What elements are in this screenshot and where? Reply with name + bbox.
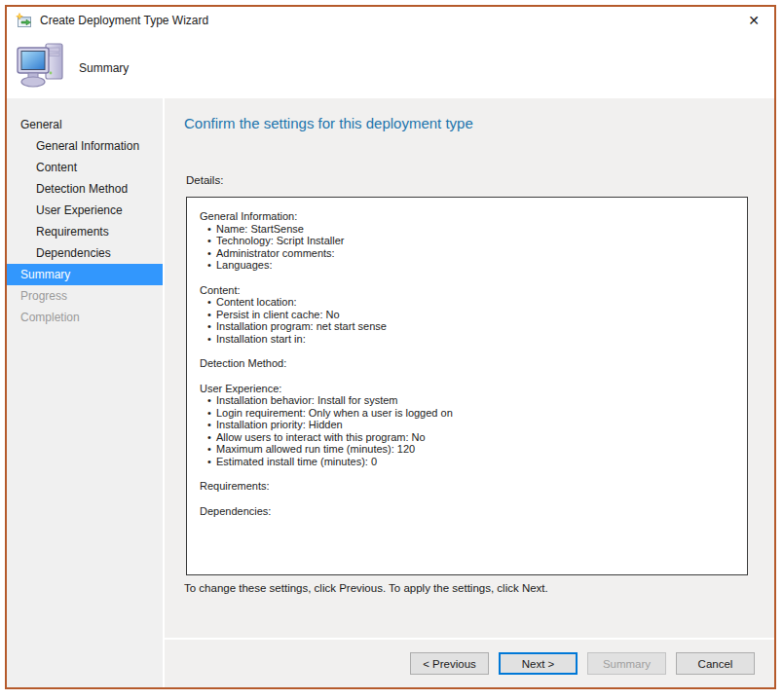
details-item-text: Installation start in:: [216, 333, 306, 345]
details-section: Detection Method:: [200, 357, 737, 370]
sidebar-item-detection-method[interactable]: Detection Method: [7, 178, 163, 200]
details-section: User Experience:•Installation behavior: …: [200, 383, 737, 468]
details-text: General Information:•Name: StartSense•Te…: [187, 198, 747, 517]
cancel-button[interactable]: Cancel: [676, 652, 755, 675]
details-item-text: Installation priority: Hidden: [216, 419, 343, 430]
details-item-text: Installation behavior: Install for syste…: [216, 394, 397, 406]
close-button[interactable]: ✕: [739, 7, 768, 34]
bullet-icon: •: [207, 419, 211, 431]
bullet-icon: •: [207, 443, 211, 456]
summary-content-pane: Confirm the settings for this deployment…: [165, 98, 774, 687]
summary-button: Summary: [587, 652, 666, 675]
sidebar-item-general-information[interactable]: General Information: [7, 135, 163, 157]
sidebar-item-completion: Completion: [7, 307, 163, 328]
bullet-icon: •: [207, 259, 211, 272]
details-section-title: Content:: [200, 284, 737, 297]
details-item: •Installation start in:: [200, 333, 737, 346]
page-title: Summary: [79, 61, 129, 75]
details-section: Dependencies:: [200, 505, 737, 518]
details-item-text: Administrator comments:: [216, 247, 335, 259]
details-section-title: Requirements:: [200, 480, 737, 493]
details-item: •Content location:: [200, 296, 737, 309]
wizard-body: GeneralGeneral InformationContentDetecti…: [7, 98, 774, 687]
bullet-icon: •: [207, 223, 211, 236]
details-section-title: General Information:: [200, 210, 737, 223]
bullet-icon: •: [207, 320, 211, 333]
wizard-page-header: Summary: [7, 36, 774, 98]
details-section-title: Detection Method:: [200, 357, 737, 370]
details-item: •Administrator comments:: [200, 247, 737, 260]
details-section-title: User Experience:: [200, 383, 737, 395]
details-item: •Maximum allowed run time (minutes): 120: [200, 443, 737, 456]
wizard-window: Create Deployment Type Wizard ✕: [5, 5, 776, 689]
sidebar-item-content[interactable]: Content: [7, 157, 163, 178]
bullet-icon: •: [207, 431, 211, 444]
details-item-text: Technology: Script Installer: [216, 235, 344, 246]
details-item-text: Estimated install time (minutes): 0: [216, 456, 377, 467]
title-bar: Create Deployment Type Wizard ✕: [7, 7, 774, 36]
details-label: Details:: [186, 174, 223, 186]
content-heading: Confirm the settings for this deployment…: [184, 115, 473, 131]
bullet-icon: •: [207, 407, 211, 420]
bullet-icon: •: [207, 333, 211, 346]
computer-icon: [16, 41, 68, 90]
details-item-text: Name: StartSense: [216, 223, 304, 235]
footer-button-group: < PreviousNext >SummaryCancel: [410, 652, 755, 675]
details-item: •Persist in client cache: No: [200, 309, 737, 321]
bullet-icon: •: [207, 394, 211, 407]
instruction-text: To change these settings, click Previous…: [184, 582, 548, 594]
sidebar-item-user-experience[interactable]: User Experience: [7, 200, 163, 221]
wizard-steps-list: GeneralGeneral InformationContentDetecti…: [7, 114, 163, 328]
bullet-icon: •: [207, 309, 211, 321]
details-item-text: Content location:: [216, 296, 297, 308]
create-wizard-app-icon: [16, 13, 33, 30]
details-item: •Installation behavior: Install for syst…: [200, 394, 737, 407]
details-item-text: Persist in client cache: No: [216, 309, 340, 320]
details-item: •Name: StartSense: [200, 223, 737, 236]
sidebar-item-progress: Progress: [7, 285, 163, 307]
previous-button[interactable]: < Previous: [410, 652, 489, 675]
details-item: •Allow users to interact with this progr…: [200, 431, 737, 444]
sidebar-item-general[interactable]: General: [7, 114, 163, 135]
details-item-text: Maximum allowed run time (minutes): 120: [216, 443, 415, 455]
bullet-icon: •: [207, 456, 211, 468]
details-item-text: Languages:: [216, 259, 273, 271]
details-item: •Login requirement: Only when a user is …: [200, 407, 737, 420]
details-item-text: Allow users to interact with this progra…: [216, 431, 426, 443]
bullet-icon: •: [207, 296, 211, 309]
details-item-text: Installation program: net start sense: [216, 320, 387, 332]
bullet-icon: •: [207, 247, 211, 260]
next-button[interactable]: Next >: [499, 652, 578, 675]
sidebar-item-summary[interactable]: Summary: [7, 264, 163, 285]
bullet-icon: •: [207, 235, 211, 247]
details-item: •Languages:: [200, 259, 737, 272]
details-section: Content:•Content location:•Persist in cl…: [200, 284, 737, 346]
sidebar-item-requirements[interactable]: Requirements: [7, 221, 163, 242]
details-item: •Technology: Script Installer: [200, 235, 737, 247]
details-item: •Installation program: net start sense: [200, 320, 737, 333]
details-section: Requirements:: [200, 480, 737, 493]
details-item: •Installation priority: Hidden: [200, 419, 737, 431]
window-title: Create Deployment Type Wizard: [40, 14, 208, 27]
details-section: General Information:•Name: StartSense•Te…: [200, 210, 737, 272]
sidebar-item-dependencies[interactable]: Dependencies: [7, 242, 163, 264]
wizard-steps-sidebar: GeneralGeneral InformationContentDetecti…: [7, 98, 163, 687]
details-summary-box: General Information:•Name: StartSense•Te…: [186, 197, 748, 575]
details-section-title: Dependencies:: [200, 505, 737, 518]
details-item-text: Login requirement: Only when a user is l…: [216, 407, 453, 419]
wizard-footer: < PreviousNext >SummaryCancel: [165, 640, 774, 687]
details-item: •Estimated install time (minutes): 0: [200, 456, 737, 468]
